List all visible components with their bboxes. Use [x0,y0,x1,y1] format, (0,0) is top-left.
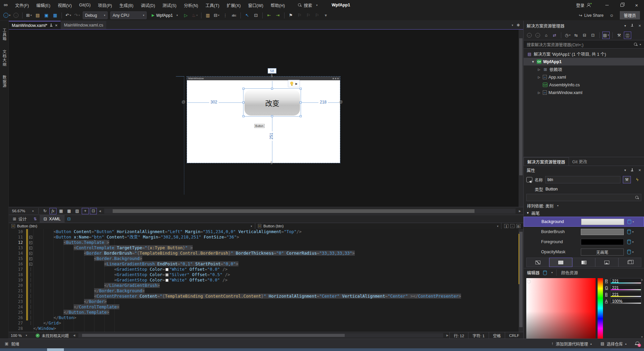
hot-reload-icon[interactable]: ♨▾ [191,11,199,19]
toggle-bookmark-icon[interactable]: ⚑ [287,11,295,19]
designer-horizontal-scrollbar[interactable] [104,209,516,214]
debug-configuration-combo[interactable]: Debug▾ [83,11,108,19]
code-line[interactable]: 21┊</Border.Background> [9,288,523,294]
start-debugging-button[interactable]: ▶WpfApp1▾ [149,11,180,19]
editor-vertical-scrollbar[interactable] [519,229,523,332]
tree-item[interactable]: ▷‹›App.xaml [524,73,644,81]
code-line[interactable]: 18┊<GradientStop Color="Silver" Offset="… [9,272,523,277]
code-line[interactable]: 16−<LinearGradientBrush EndPoint="0,1" S… [9,261,523,267]
document-list-chevron-icon[interactable]: ▾ [512,24,513,27]
chevron-down-icon[interactable]: ▾ [78,14,80,17]
properties-wrench-icon[interactable]: ⚒ [615,32,623,39]
swap-panes-icon[interactable]: ⇅ [31,215,40,223]
zoom-to-fit-icon[interactable]: ⊡ [90,208,97,214]
live-share-button[interactable]: ↪ Live Share [579,13,603,18]
code-line[interactable]: 17┊<GradientStop Color="White" Offset="0… [9,267,523,272]
close-button[interactable]: × [629,0,644,10]
menu-item[interactable]: 项目(P) [94,0,116,10]
chevron-down-icon[interactable]: ▾ [569,34,570,37]
scroll-right-icon[interactable]: ▶ [518,210,522,213]
code-line[interactable]: 12−<Button.Template > [9,240,523,245]
code-line[interactable]: 13−<ControlTemplate TargetType="{x:Type … [9,245,523,251]
code-line[interactable]: 15−<Border.Background> [9,256,523,261]
code-line[interactable]: 25┊</Button.Template> [9,310,523,315]
taskbar-app-button[interactable] [47,348,64,351]
increase-indent-icon[interactable]: ⇥ [274,11,282,19]
resize-handle[interactable] [271,88,273,90]
code-line[interactable]: 24┊</ControlTemplate> [9,304,523,310]
code-line[interactable]: 11−<Button x:Name="btn" Content="改变" Mar… [9,234,523,240]
chevron-down-icon[interactable]: ▾ [497,225,498,228]
snaplines-icon[interactable]: + [82,208,89,214]
menu-item[interactable]: 文件(F) [11,0,33,10]
close-icon[interactable]: × [638,168,641,173]
menu-item[interactable]: Git(G) [75,0,94,10]
channel-value-input[interactable]: 221 [610,285,641,291]
show-all-files-icon[interactable]: ▤▾ [602,32,610,39]
start-without-debugging-icon[interactable]: ▷ [182,11,190,19]
chevron-down-icon[interactable]: ▾ [196,14,198,17]
quick-actions-lightbulb[interactable]: ▶ [288,80,300,87]
collapse-box-icon[interactable]: − [29,252,32,255]
new-project-icon[interactable]: ⊞▾ [25,11,33,19]
preview-window-icon[interactable]: ⊟▾ [213,11,221,19]
column-guides-icon[interactable]: ⋮ [221,11,229,19]
xaml-code-editor[interactable]: 10<Button Content="Button" HorizontalAli… [9,229,523,332]
se-forward-icon[interactable]: → [534,32,541,39]
open-folder-icon[interactable]: ▤ [34,11,42,19]
document-tab[interactable]: MainWindow.xaml.cs [61,21,106,29]
property-row-opacitymask[interactable]: OpacityMask无画笔▾ [524,247,644,257]
chevron-down-icon[interactable]: ▾ [9,14,10,17]
code-line[interactable]: 14−<Border BorderBrush="{TemplateBinding… [9,251,523,256]
breadcrumb-right[interactable]: ‹› Button (btn) ▾ [255,223,502,229]
copy-path-icon[interactable]: ⊡ [589,32,597,39]
no-brush-box[interactable]: 无画笔 [581,249,624,256]
code-line[interactable]: 23┊</Border> [9,299,523,304]
events-lightning-button[interactable]: ϟ [633,176,641,183]
add-new-item-icon[interactable]: ▥ [204,11,212,19]
editor-horizontal-scrollbar[interactable] [78,333,444,338]
save-icon[interactable]: ▣ [42,11,50,19]
name-input[interactable]: btn [545,176,620,183]
tree-item[interactable]: ▷‹›MainWindow.xaml [524,89,644,96]
menu-item[interactable]: 编辑(E) [33,0,54,10]
resize-handle[interactable] [300,88,302,90]
nav-forward-icon[interactable]: → [12,11,20,19]
property-row-foreground[interactable]: Foreground▾ [524,237,644,247]
channel-value-input[interactable]: 100% [610,298,641,304]
search-box[interactable]: 搜索 ▾ [298,2,317,8]
element-selector-icon[interactable] [526,177,532,182]
designer-vertical-scrollbar[interactable] [519,30,523,207]
pin-icon[interactable] [50,24,53,27]
document-health-indicator[interactable]: ✓ 未找到相关问题 [32,333,72,338]
chevron-down-icon[interactable]: ▾ [218,14,219,17]
tab-xaml[interactable]: ⊡ XAML [40,215,65,223]
scroll-up-icon[interactable]: ▲ [641,278,643,281]
chevron-down-icon[interactable]: ▾ [632,230,634,233]
tree-item[interactable]: C#AssemblyInfo.cs [524,81,644,89]
menu-item[interactable]: 调试(D) [137,0,159,10]
next-bookmark-icon[interactable]: ⚐ [304,11,312,19]
menu-item[interactable]: 扩展(X) [223,0,244,10]
chevron-down-icon[interactable]: ▾ [633,220,634,223]
collapse-box-icon[interactable]: − [29,236,32,239]
resize-handle[interactable] [300,115,302,117]
resize-handle[interactable] [242,101,244,103]
fold-indicator[interactable]: − [28,245,33,251]
scroll-down-icon[interactable]: ▼ [641,336,643,339]
popout-pane-icon[interactable]: ⊡ [65,215,73,223]
anchor-left-icon[interactable]: @ [182,100,185,104]
tab-settings-gear-icon[interactable]: ✱ [517,23,520,28]
se-back-icon[interactable]: ← [526,32,533,39]
editor-zoom-combo[interactable]: 100 %▾ [9,334,32,338]
chevron-down-icon[interactable]: ▾ [624,168,626,172]
code-line[interactable]: 26┊</Button> [9,315,523,320]
undo-icon[interactable]: ↶▾ [64,11,72,19]
null-brush-tab[interactable] [526,258,549,267]
chevron-down-icon[interactable]: ▾ [143,14,144,17]
tool-strip-tab[interactable]: 工具箱 [2,28,7,41]
collapse-box-icon[interactable]: − [29,247,32,250]
menu-item[interactable]: 工具(T) [202,0,223,10]
snap-to-grid-icon[interactable]: ▩ [66,208,73,214]
platform-combo[interactable]: Any CPU▾ [110,11,147,19]
